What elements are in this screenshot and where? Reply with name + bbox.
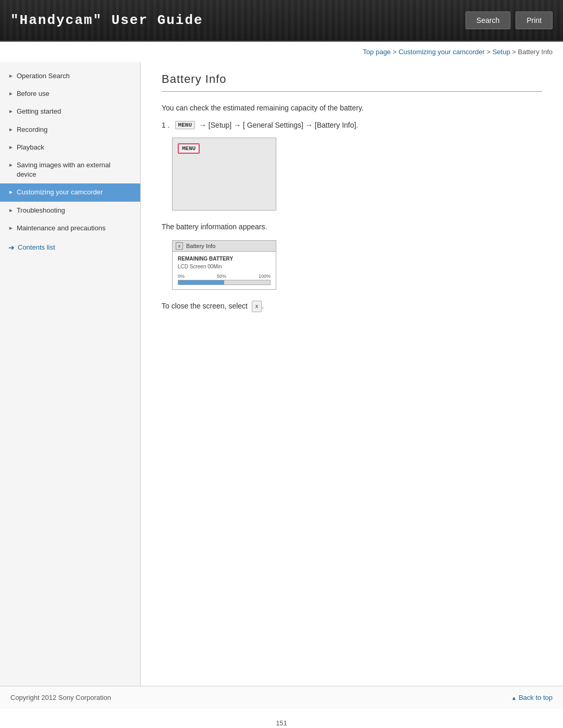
breadcrumb-current: Battery Info [518,48,553,56]
contents-list-link[interactable]: ➔ Contents list [0,237,140,258]
battery-bar [178,280,271,285]
breadcrumb-customize[interactable]: Customizing your camcorder [398,48,484,56]
close-x-button[interactable]: x [252,301,262,312]
sidebar-item-label: Saving images with an external device [17,161,132,179]
intro-text: You can check the estimated remaining ca… [162,102,542,114]
sidebar-item-label: Before use [17,89,132,98]
sidebar-item-maintenance[interactable]: ► Maintenance and precautions [0,219,140,237]
battery-info-screen-mockup: x Battery Info REMAINING BATTERY LCD Scr… [172,240,276,290]
sidebar-item-saving-images[interactable]: ► Saving images with an external device [0,156,140,183]
battery-screen-title: Battery Info [186,243,215,249]
arrow-icon: ► [8,144,14,151]
sidebar-item-getting-started[interactable]: ► Getting started [0,103,140,120]
sidebar-item-label: Customizing your camcorder [17,188,132,197]
sidebar-item-label: Operation Search [17,71,132,81]
battery-100-label: 100% [259,274,271,279]
site-title: "Handycam" User Guide [10,13,203,28]
breadcrumb-setup[interactable]: Setup [493,48,510,56]
sidebar-item-label: Troubleshooting [17,206,132,215]
print-button[interactable]: Print [516,11,553,29]
battery-50-label: 50% [217,274,226,279]
triangle-up-icon: ▲ [511,695,517,701]
battery-info-text: The battery information appears. [162,221,542,232]
page-title: Battery Info [162,72,542,92]
arrow-right-icon: ➔ [8,243,15,252]
battery-bar-container: 0% 50% 100% [178,274,271,285]
arrow-icon: ► [8,162,14,169]
battery-remaining-label: REMAINING BATTERY [178,256,271,262]
arrow-icon: ► [8,207,14,214]
sidebar-item-before-use[interactable]: ► Before use [0,85,140,103]
back-to-top-link[interactable]: ▲Back to top [511,694,553,701]
sidebar-item-troubleshooting[interactable]: ► Troubleshooting [0,202,140,219]
arrow-icon: ► [8,225,14,232]
main-layout: ► Operation Search ► Before use ► Gettin… [0,62,563,686]
battery-close-button[interactable]: x [176,242,183,250]
page-footer: Copyright 2012 Sony Corporation ▲Back to… [0,686,563,709]
arrow-icon: ► [8,189,14,196]
sidebar-item-label: Recording [17,125,132,134]
back-to-top-label: Back to top [519,694,553,701]
header-buttons: Search Print [466,11,553,29]
battery-screen-header: x Battery Info [173,241,276,252]
search-button[interactable]: Search [466,11,510,29]
close-screen-text: To close the screen, select x. [162,300,542,312]
step-number: 1 . [162,121,170,129]
sidebar-item-label: Maintenance and precautions [17,224,132,233]
copyright-text: Copyright 2012 Sony Corporation [10,694,111,701]
breadcrumb-sep1: > [391,48,399,56]
arrow-icon: ► [8,90,14,97]
battery-0-label: 0% [178,274,185,279]
contents-list-label: Contents list [18,243,55,251]
step-arrow-text: → [Setup] → [ General Settings] → [Batte… [199,121,358,129]
sidebar-item-recording[interactable]: ► Recording [0,121,140,139]
step-1: 1 . MENU → [Setup] → [ General Settings]… [162,121,542,129]
battery-lcd-label: LCD Screen 00Min [178,264,271,269]
menu-button-inline: MENU [175,121,195,129]
page-number: 151 [0,709,563,728]
sidebar-item-playback[interactable]: ► Playback [0,139,140,156]
breadcrumb-sep2: > [485,48,493,56]
arrow-icon: ► [8,126,14,133]
sidebar-item-operation-search[interactable]: ► Operation Search [0,67,140,85]
battery-screen-body: REMAINING BATTERY LCD Screen 00Min 0% 50… [173,252,276,289]
main-content: Battery Info You can check the estimated… [141,62,563,686]
page-header: "Handycam" User Guide Search Print [0,0,563,42]
battery-bar-labels: 0% 50% 100% [178,274,271,279]
sidebar: ► Operation Search ► Before use ► Gettin… [0,62,141,686]
arrow-icon: ► [8,108,14,115]
sidebar-item-customizing[interactable]: ► Customizing your camcorder [0,183,140,201]
close-text-label: To close the screen, select [162,302,248,310]
breadcrumb: Top page > Customizing your camcorder > … [0,42,563,62]
menu-screen-mockup: MENU [172,138,276,211]
sidebar-item-label: Getting started [17,107,132,116]
breadcrumb-sep3: > [510,48,518,56]
menu-screen-label: MENU [178,143,200,154]
arrow-icon: ► [8,72,14,80]
breadcrumb-top[interactable]: Top page [363,48,391,56]
sidebar-item-label: Playback [17,143,132,152]
